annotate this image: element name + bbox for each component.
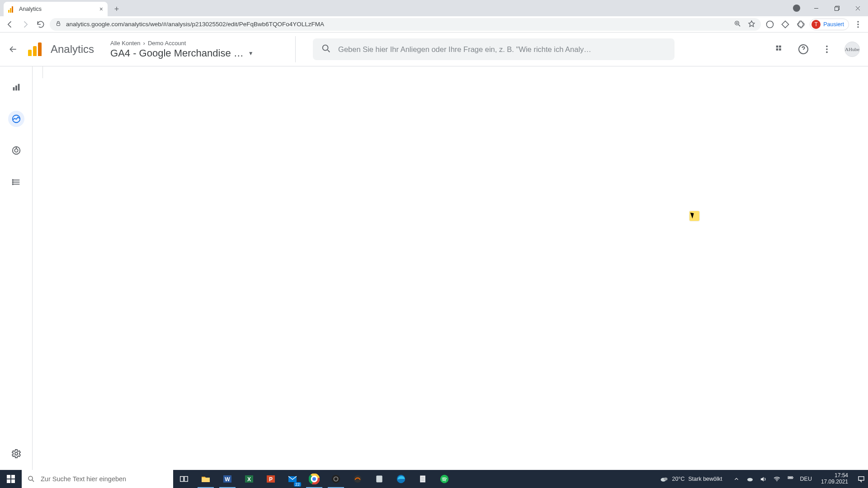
tray-clock[interactable]: 17:54 17.09.2021 <box>817 473 852 485</box>
analytics-logo-icon <box>28 42 42 56</box>
left-rail <box>0 66 33 470</box>
file-explorer-icon[interactable] <box>195 470 217 488</box>
svg-rect-30 <box>18 84 19 91</box>
chrome-account-indicator[interactable] <box>793 5 800 12</box>
svg-point-13 <box>857 23 859 25</box>
windows-taskbar: Zur Suche Text hier eingeben W X P 22 <box>0 470 868 488</box>
window-maximize-button[interactable] <box>826 0 847 16</box>
spotify-icon[interactable] <box>434 470 455 488</box>
rail-advertising-icon[interactable] <box>8 142 24 159</box>
close-tab-icon[interactable]: × <box>99 5 103 13</box>
apps-grid-icon[interactable] <box>774 43 786 55</box>
obs-icon[interactable] <box>325 470 347 488</box>
svg-rect-2 <box>835 7 838 10</box>
search-input[interactable] <box>338 45 666 54</box>
svg-rect-21 <box>776 48 778 51</box>
analytics-brand: Analytics <box>51 43 94 56</box>
pane-divider <box>42 66 43 78</box>
nav-back-button[interactable] <box>4 18 16 31</box>
tray-action-center-icon[interactable] <box>857 475 865 483</box>
svg-point-58 <box>332 475 340 483</box>
svg-point-27 <box>826 52 828 53</box>
omnibox-url: analytics.google.com/analytics/web/#/ana… <box>66 21 324 28</box>
task-view-icon[interactable] <box>173 470 195 488</box>
nav-reload-button[interactable] <box>34 18 47 31</box>
excel-icon[interactable]: X <box>238 470 260 488</box>
svg-rect-22 <box>779 48 781 51</box>
svg-rect-29 <box>15 85 17 90</box>
svg-line-43 <box>32 480 34 482</box>
svg-text:W: W <box>225 476 230 483</box>
tray-chevron-up-icon[interactable] <box>732 475 741 483</box>
notepad-icon[interactable] <box>412 470 434 488</box>
breadcrumb-account: Demo Account <box>148 40 186 47</box>
read-later-icon[interactable] <box>764 18 776 31</box>
weather-text: Stark bewölkt <box>689 476 722 482</box>
property-name: GA4 - Google Merchandise … <box>110 47 244 59</box>
svg-rect-39 <box>12 181 13 183</box>
svg-rect-75 <box>788 477 792 478</box>
explore-canvas <box>33 66 868 470</box>
svg-point-14 <box>857 26 859 28</box>
mail-icon[interactable]: 22 <box>282 470 303 488</box>
weather-widget[interactable]: 20°C Stark bewölkt <box>660 474 722 483</box>
svg-rect-5 <box>57 23 60 25</box>
app-generic-2-icon[interactable] <box>368 470 390 488</box>
chrome-menu-button[interactable] <box>852 18 864 31</box>
extensions-puzzle-icon[interactable] <box>794 18 807 31</box>
browser-tab[interactable]: Analytics × <box>4 2 108 16</box>
zoom-icon[interactable] <box>734 20 741 29</box>
ga-header-actions: AHube <box>774 42 860 57</box>
ga-back-button[interactable] <box>5 41 22 58</box>
lock-icon <box>55 20 61 28</box>
svg-point-33 <box>14 149 18 152</box>
powerpoint-icon[interactable]: P <box>260 470 282 488</box>
windows-search[interactable]: Zur Suche Text hier eingeben <box>22 470 173 488</box>
svg-rect-76 <box>859 477 864 480</box>
search-icon <box>321 43 331 55</box>
ga-search[interactable] <box>313 38 675 60</box>
svg-rect-19 <box>779 46 781 48</box>
property-selector[interactable]: GA4 - Google Merchandise … ▼ <box>110 47 286 59</box>
omnibox[interactable]: analytics.google.com/analytics/web/#/ana… <box>50 18 761 31</box>
rail-configure-icon[interactable] <box>8 174 24 190</box>
chrome-profile-chip[interactable]: T Pausiert <box>810 19 849 30</box>
rail-admin-gear-icon[interactable] <box>8 446 24 462</box>
rail-explore-icon[interactable] <box>8 111 24 127</box>
window-close-button[interactable] <box>847 0 868 16</box>
breadcrumb-all-accounts: Alle Konten <box>110 40 141 47</box>
svg-point-11 <box>767 21 774 28</box>
breadcrumb: Alle Konten › Demo Account <box>110 40 286 47</box>
edge-icon[interactable] <box>390 470 412 488</box>
tray-battery-icon[interactable] <box>787 475 795 483</box>
word-icon[interactable]: W <box>217 470 238 488</box>
help-icon[interactable] <box>797 43 809 55</box>
analytics-app: Analytics Alle Konten › Demo Account GA4… <box>0 33 868 470</box>
app-generic-1-icon[interactable] <box>347 470 368 488</box>
bookmark-star-icon[interactable] <box>748 20 755 29</box>
window-minimize-button[interactable] <box>806 0 826 16</box>
svg-rect-45 <box>184 477 188 482</box>
start-button[interactable] <box>0 470 22 488</box>
nav-forward-button[interactable] <box>19 18 32 31</box>
svg-line-17 <box>328 50 330 52</box>
tray-language[interactable]: DEU <box>800 476 812 482</box>
tray-onedrive-icon[interactable] <box>746 475 754 483</box>
svg-point-25 <box>826 46 828 47</box>
chrome-tabstrip: Analytics × + <box>0 0 868 16</box>
svg-point-72 <box>777 481 777 481</box>
svg-rect-38 <box>12 179 13 181</box>
account-picker[interactable]: Alle Konten › Demo Account GA4 - Google … <box>110 36 296 62</box>
svg-rect-74 <box>793 477 793 478</box>
tray-wifi-icon[interactable] <box>773 475 781 483</box>
cursor-highlight <box>689 211 699 221</box>
svg-rect-18 <box>776 46 778 48</box>
chrome-icon[interactable] <box>303 470 325 488</box>
extension-tag-icon[interactable] <box>779 18 792 31</box>
tray-volume-icon[interactable] <box>760 475 768 483</box>
kebab-menu-icon[interactable] <box>821 43 833 55</box>
mail-badge: 22 <box>294 482 301 487</box>
new-tab-button[interactable]: + <box>110 3 123 15</box>
rail-reports-icon[interactable] <box>8 79 24 95</box>
user-avatar[interactable]: AHube <box>844 42 860 57</box>
